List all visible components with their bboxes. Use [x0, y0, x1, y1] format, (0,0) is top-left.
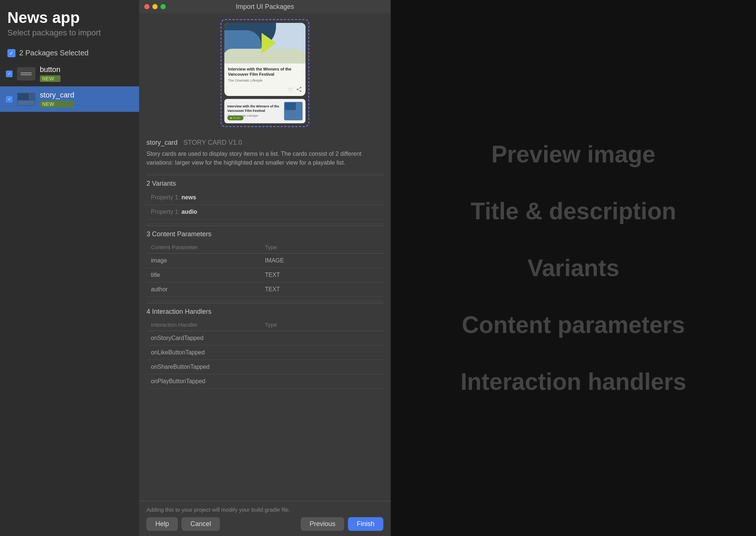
package-item-button[interactable]: ✓ button NEW	[0, 61, 139, 86]
handler-play-button-tapped: onPlayButtonTapped	[146, 374, 383, 389]
checkbox-story-card[interactable]: ✓	[6, 96, 13, 103]
variant-property-1: Property 1:	[151, 194, 182, 200]
package-item-story-card[interactable]: ✓ story_card NEW	[0, 86, 139, 112]
dialog-footer: Adding this to your project will modify …	[139, 501, 391, 536]
svg-line-6	[298, 87, 300, 89]
variant-property-2: Property 1:	[151, 209, 182, 215]
content-param-image: image IMAGE	[146, 254, 383, 268]
details-section: story_card STORY CARD V1.0 Story cards a…	[139, 133, 391, 501]
sidebar: News app Select packages to import ✓ 2 P…	[0, 0, 139, 536]
maximize-button[interactable]	[160, 4, 166, 9]
package-badge-story-card: NEW	[40, 101, 74, 107]
card-container: Interview with the Winners of the Vancou…	[221, 19, 309, 127]
right-label-preview: Preview image	[491, 141, 656, 168]
content-param-col2-header: Type	[265, 244, 379, 250]
right-label-interaction-handlers: Interaction handlers	[460, 368, 686, 395]
svg-rect-9	[285, 103, 296, 110]
package-info-story-card: story_card NEW	[40, 91, 74, 107]
handler-name-1: onStoryCardTapped	[151, 335, 265, 341]
handler-share-button-tapped: onShareButtonTapped	[146, 360, 383, 374]
right-label-content-params: Content parameters	[462, 311, 685, 339]
variant-item-audio: Property 1: audio	[146, 205, 383, 219]
right-panel: Preview image Title & description Varian…	[391, 0, 756, 536]
check-icon: ✓	[7, 49, 15, 57]
handler-name-2: onLikeButtonTapped	[151, 349, 265, 356]
content-param-title-type: TEXT	[265, 272, 379, 278]
handler-name-4: onPlayButtonTapped	[151, 378, 265, 385]
dialog-titlebar: Import UI Packages	[139, 0, 391, 13]
interaction-table-header: Interaction Handler Type	[146, 319, 383, 331]
story-card-large: Interview with the Winners of the Vancou…	[224, 23, 305, 96]
svg-line-7	[298, 89, 300, 90]
finish-button[interactable]: Finish	[348, 517, 383, 531]
story-card-small: Interview with the Winners of the Vancou…	[224, 99, 305, 123]
variant-item-news: Property 1: news	[146, 190, 383, 205]
content-param-author-name: author	[151, 286, 265, 293]
dialog-title: Import UI Packages	[236, 3, 294, 11]
content-params-header: 3 Content Parameters	[146, 226, 383, 241]
play-button[interactable]: ▶ PLAY	[227, 116, 244, 120]
interaction-col2-header: Type	[265, 322, 379, 328]
card-text-area: Interview with the Winners of the Vancou…	[224, 63, 305, 85]
traffic-lights	[144, 4, 166, 9]
interaction-handlers-header: 4 Interaction Handlers	[146, 303, 383, 319]
package-name-story-card: story_card	[40, 91, 74, 99]
handler-like-button-tapped: onLikeButtonTapped	[146, 346, 383, 360]
footer-note: Adding this to your project will modify …	[146, 506, 383, 513]
package-name-button: button	[40, 65, 61, 74]
content-params-table-header: Content Parameter Type	[146, 241, 383, 254]
card-large-title: Interview with the Winners of the Vancou…	[228, 66, 302, 77]
svg-point-5	[297, 89, 298, 90]
card-large-author: The Cinematic Lifestyle	[228, 79, 302, 82]
close-button[interactable]	[144, 4, 149, 9]
variant-value-news: news	[182, 194, 196, 200]
checkbox-button[interactable]: ✓	[6, 71, 13, 77]
content-param-title-name: title	[151, 272, 265, 278]
small-card-image	[284, 102, 303, 120]
content-param-author-type: TEXT	[265, 286, 379, 293]
component-version: STORY CARD V1.0	[183, 139, 242, 147]
right-label-variants: Variants	[527, 254, 619, 282]
cancel-button[interactable]: Cancel	[182, 517, 220, 531]
component-description: Story cards are used to display story it…	[146, 150, 383, 167]
footer-buttons: Help Cancel Previous Finish	[146, 517, 383, 531]
component-name: story_card	[146, 139, 177, 147]
component-header: story_card STORY CARD V1.0	[146, 139, 383, 147]
package-icon-button	[17, 67, 35, 80]
card-actions: ♡	[224, 85, 305, 96]
variant-value-audio: audio	[182, 209, 197, 215]
package-badge-button: NEW	[40, 75, 61, 82]
svg-point-3	[300, 87, 301, 88]
content-param-image-type: IMAGE	[265, 257, 379, 264]
share-icon[interactable]	[297, 87, 302, 93]
packages-selected: ✓ 2 Packages Selected	[0, 45, 139, 61]
sidebar-title: News app	[0, 6, 139, 28]
packages-selected-label: 2 Packages Selected	[19, 49, 89, 57]
sidebar-subtitle: Select packages to import	[0, 28, 139, 45]
footer-right-buttons: Previous Finish	[301, 517, 383, 531]
help-button[interactable]: Help	[146, 517, 178, 531]
right-label-title: Title & description	[470, 197, 676, 225]
package-info-button: button NEW	[40, 65, 61, 82]
small-card-title: Interview with the Winners of the Vancou…	[227, 104, 281, 113]
dialog: Import UI Packages Interview with the Wi…	[139, 0, 391, 536]
minimize-button[interactable]	[152, 4, 158, 9]
heart-icon[interactable]: ♡	[288, 87, 293, 93]
preview-area: Interview with the Winners of the Vancou…	[139, 13, 391, 133]
content-param-title: title TEXT	[146, 268, 383, 282]
handler-name-3: onShareButtonTapped	[151, 364, 265, 370]
footer-left-buttons: Help Cancel	[146, 517, 220, 531]
content-param-image-name: image	[151, 257, 265, 264]
previous-button[interactable]: Previous	[301, 517, 344, 531]
svg-rect-2	[18, 101, 35, 105]
variants-header: 2 Variants	[146, 175, 383, 190]
handler-story-card-tapped: onStoryCardTapped	[146, 331, 383, 346]
svg-point-4	[300, 90, 301, 92]
content-param-col1-header: Content Parameter	[151, 244, 265, 250]
content-param-author: author TEXT	[146, 282, 383, 297]
package-icon-story-card	[17, 93, 35, 106]
card-image-large	[224, 23, 305, 63]
svg-rect-1	[18, 93, 29, 100]
interaction-col1-header: Interaction Handler	[151, 322, 265, 328]
